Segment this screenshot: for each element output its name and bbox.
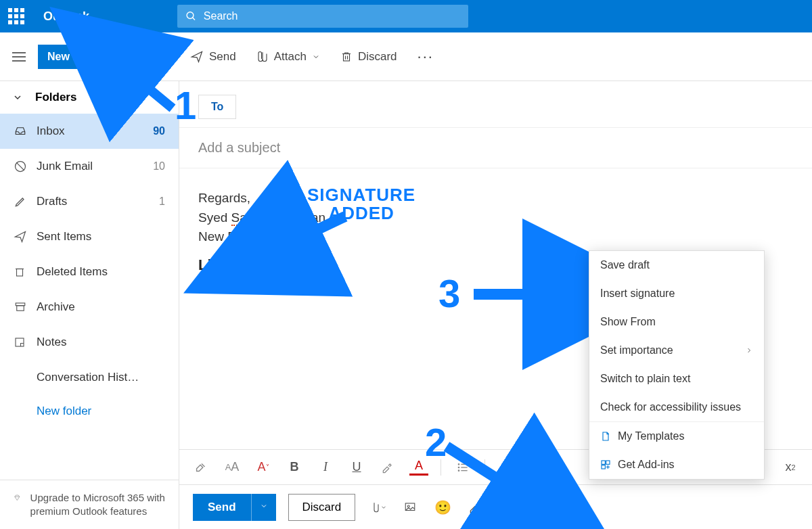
svg-point-0	[187, 12, 194, 19]
folders-label: Folders	[35, 91, 76, 104]
app-name: Outlook	[43, 9, 89, 24]
folder-label: Archive	[37, 300, 165, 314]
linkedin-logo[interactable]: Linkedin	[198, 256, 265, 274]
svg-rect-8	[17, 269, 23, 277]
send-icon	[190, 50, 204, 64]
blocked-icon	[14, 160, 37, 173]
font-size-up[interactable]: AA	[223, 460, 242, 474]
folder-label: Inbox	[37, 124, 153, 138]
signature-line: Regards,	[198, 189, 793, 208]
italic-button[interactable]: I	[316, 460, 335, 474]
font-size-down[interactable]: A˅	[254, 460, 273, 474]
folder-count: 90	[153, 125, 165, 137]
menu-save-draft[interactable]: Save draft	[589, 251, 764, 279]
app-launcher[interactable]	[0, 0, 32, 32]
svg-rect-11	[17, 306, 24, 311]
underline-button[interactable]: U	[347, 460, 366, 474]
svg-point-26	[407, 505, 409, 507]
upgrade-banner[interactable]: Upgrade to Microsoft 365 with premium Ou…	[0, 480, 179, 530]
upgrade-text: Upgrade to Microsoft 365 with premium Ou…	[30, 491, 165, 519]
new-message-button[interactable]: New message	[38, 45, 129, 69]
folder-label: Conversation Hist…	[37, 371, 165, 384]
menu-insert-signature[interactable]: Insert signature	[589, 279, 764, 308]
folder-label: Deleted Items	[37, 265, 165, 279]
send-button[interactable]: Send	[193, 494, 251, 521]
menu-set-importance[interactable]: Set importance	[589, 336, 764, 365]
to-field-button[interactable]: To	[198, 95, 236, 119]
bullets-button[interactable]	[453, 462, 472, 473]
send-dropdown[interactable]	[251, 494, 276, 521]
folder-label: Notes	[37, 336, 165, 349]
svg-rect-28	[602, 461, 605, 464]
folder-inbox[interactable]: Inbox 90	[0, 114, 179, 149]
pencil-icon	[14, 195, 37, 208]
outdent-button[interactable]	[497, 462, 516, 473]
compose-more-menu: Save draft Insert signature Show From Se…	[589, 250, 765, 480]
diamond-icon	[14, 491, 21, 505]
folder-junk[interactable]: Junk Email 10	[0, 149, 179, 184]
menu-plain-text[interactable]: Switch to plain text	[589, 365, 764, 393]
svg-line-7	[16, 162, 24, 170]
more-options-button[interactable]	[497, 497, 518, 518]
discard-command[interactable]: Discard	[340, 50, 397, 64]
emoji-button[interactable]: 🙂	[432, 497, 453, 518]
new-folder-link[interactable]: New folder	[0, 395, 179, 428]
paperclip-icon	[256, 50, 269, 64]
send-icon	[14, 230, 37, 244]
ellipsis-button[interactable]: ···	[530, 497, 550, 518]
subject-input[interactable]	[198, 140, 793, 156]
attach-icon-button[interactable]	[367, 497, 388, 518]
indent-button[interactable]	[528, 462, 547, 473]
folders-toggle[interactable]: Folders	[0, 81, 179, 114]
signature-line: New Delhi	[198, 227, 793, 247]
folder-deleted[interactable]: Deleted Items	[0, 254, 179, 290]
discard-button[interactable]: Discard	[288, 494, 356, 521]
folder-count: 1	[159, 196, 165, 208]
menu-my-templates[interactable]: My Templates	[589, 422, 764, 451]
signature-line: Syed Sadique Hassan,	[198, 208, 793, 228]
menu-show-from[interactable]: Show From	[589, 308, 764, 336]
draw-button[interactable]	[465, 497, 485, 518]
inbox-icon	[14, 125, 37, 137]
send-command[interactable]: Send	[190, 50, 236, 64]
font-color-button[interactable]: A	[409, 459, 428, 476]
folder-conversation-history[interactable]: Conversation Hist…	[0, 360, 179, 395]
chevron-down-icon	[312, 53, 320, 61]
nav-toggle[interactable]	[12, 52, 26, 62]
folder-notes[interactable]: Notes	[0, 325, 179, 360]
search-icon	[185, 10, 197, 22]
template-icon	[600, 430, 611, 442]
trash-icon	[14, 265, 37, 279]
folder-label: Junk Email	[37, 160, 153, 173]
insert-image-button[interactable]	[400, 497, 420, 518]
highlight-button[interactable]	[378, 461, 397, 474]
svg-rect-2	[343, 53, 349, 61]
svg-rect-12	[16, 338, 24, 346]
subscript-button[interactable]: x2	[781, 460, 800, 474]
svg-rect-29	[606, 461, 610, 464]
discard-label: Discard	[358, 50, 397, 64]
svg-rect-30	[602, 465, 605, 469]
chevron-right-icon	[745, 346, 753, 354]
search-input[interactable]	[204, 10, 460, 22]
send-split-button[interactable]: Send	[193, 494, 276, 521]
folder-sent[interactable]: Sent Items	[0, 219, 179, 254]
folder-archive[interactable]: Archive	[0, 290, 179, 325]
note-icon	[14, 336, 37, 348]
archive-icon	[14, 301, 37, 313]
addins-icon	[600, 459, 611, 470]
bold-button[interactable]: B	[285, 460, 304, 474]
attach-label: Attach	[274, 50, 307, 64]
menu-get-addins[interactable]: Get Add-ins	[589, 451, 764, 479]
svg-line-1	[193, 18, 196, 20]
search-box[interactable]	[177, 5, 468, 28]
folder-drafts[interactable]: Drafts 1	[0, 184, 179, 219]
waffle-icon	[8, 8, 24, 24]
format-painter[interactable]	[191, 460, 210, 475]
attach-command[interactable]: Attach	[256, 50, 320, 64]
folder-count: 10	[153, 160, 165, 172]
menu-accessibility[interactable]: Check for accessibility issues	[589, 393, 764, 421]
send-label: Send	[209, 50, 236, 64]
more-commands[interactable]: ···	[418, 48, 434, 66]
svg-point-18	[458, 470, 459, 471]
